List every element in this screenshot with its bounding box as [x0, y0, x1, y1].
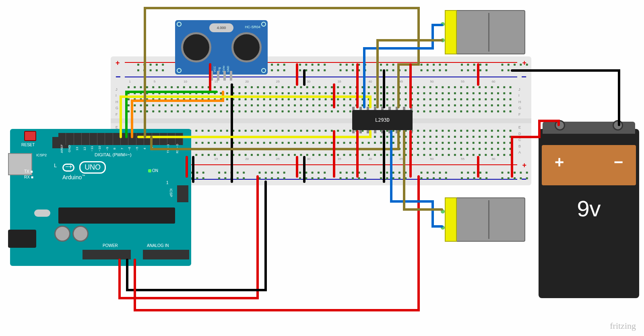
fritzing-watermark: fritzing	[610, 321, 636, 331]
arduino-brand-text: Arduino™	[62, 174, 85, 180]
dc-motor-top	[421, 10, 525, 54]
tx-label: TX ■	[24, 169, 33, 174]
sensor-crystal: 4.000	[209, 23, 233, 32]
one-label: 1	[166, 180, 169, 185]
nine-volt-battery: + − 9v	[539, 129, 639, 298]
digital-section-label: DIGITAL (PWM=~)	[95, 152, 132, 157]
arduino-logo: UNO	[62, 161, 106, 174]
rx-label: RX ■	[24, 175, 33, 179]
icsp-header	[177, 185, 188, 202]
barrel-jack	[8, 230, 36, 248]
atmega-chip	[58, 207, 175, 224]
infinity-icon	[62, 164, 74, 172]
uno-badge: UNO	[79, 161, 106, 174]
power-pin-header[interactable]	[83, 250, 131, 259]
crystal-oscillator	[34, 209, 50, 217]
capacitors	[54, 226, 95, 246]
battery-voltage-label: 9v	[539, 195, 639, 222]
sensor-pins	[211, 71, 232, 81]
transducer-rx	[231, 32, 262, 62]
icsp2-label: ICSP2	[36, 153, 47, 157]
battery-negative-terminal	[613, 120, 623, 131]
reset-button[interactable]	[24, 131, 36, 141]
breadboard-col-labels-top: 151015202530354045505560	[127, 80, 515, 85]
battery-positive-terminal	[555, 120, 565, 131]
digital-pin-labels: AREFGND1312~11~10~987~6~54~32TX→1RX←0	[58, 146, 183, 151]
analog-section-label: ANALOG IN	[147, 243, 169, 248]
on-label: ON	[152, 168, 158, 173]
icsp-label: ICSP	[169, 189, 173, 197]
power-section-label: POWER	[103, 243, 118, 248]
arduino-uno: RESET ICSP2 L TX ■ RX ■ AREFGND1312~11~1…	[10, 129, 191, 266]
led-l-label: L	[52, 163, 58, 168]
dc-motor-bottom	[421, 197, 525, 242]
breadboard-top-rail: + − + −	[111, 60, 531, 80]
battery-minus-symbol: −	[614, 153, 623, 171]
on-led	[148, 169, 151, 172]
analog-pin-header[interactable]	[143, 250, 189, 259]
digital-pin-header[interactable]	[58, 133, 183, 145]
battery-plus-symbol: +	[555, 153, 564, 171]
ultrasonic-sensor: 4.000 HC-SR04 VCCTrigEchoGND	[175, 20, 268, 75]
reset-label: RESET	[21, 143, 35, 147]
sensor-model-label: HC-SR04	[245, 25, 260, 29]
transducer-tx	[181, 32, 211, 62]
l293d-chip: L293D	[352, 110, 413, 130]
